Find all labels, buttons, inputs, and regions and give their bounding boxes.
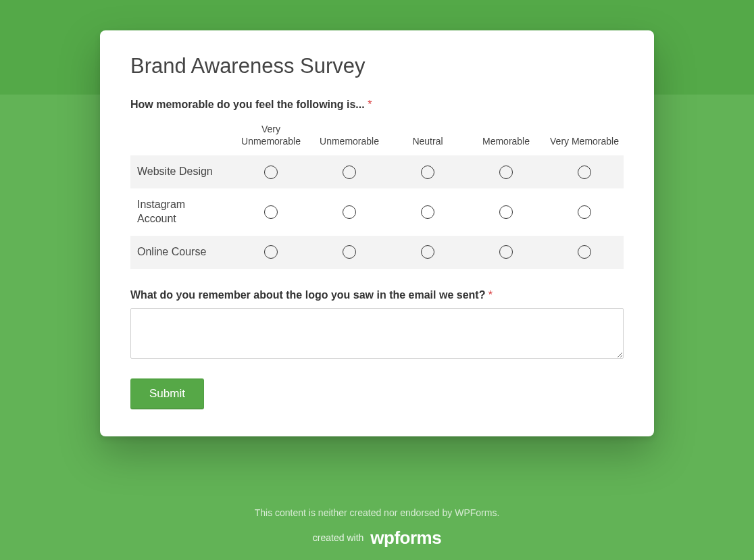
row-label: Online Course <box>130 236 232 269</box>
page-footer: This content is neither created nor endo… <box>0 507 754 549</box>
radio-option[interactable] <box>264 205 278 219</box>
row-label: Website Design <box>130 155 232 188</box>
radio-option[interactable] <box>499 245 513 259</box>
radio-option[interactable] <box>421 166 434 179</box>
matrix-corner <box>130 118 232 155</box>
col-header: Very Unmemorable <box>232 118 310 155</box>
radio-option[interactable] <box>264 245 278 259</box>
question1-label: How memorable do you feel the following … <box>130 99 624 111</box>
radio-option[interactable] <box>578 166 591 179</box>
submit-button[interactable]: Submit <box>130 378 204 409</box>
radio-option[interactable] <box>421 205 434 219</box>
table-row: Instagram Account <box>130 188 624 236</box>
table-row: Website Design <box>130 155 624 188</box>
radio-option[interactable] <box>343 245 356 259</box>
survey-title: Brand Awareness Survey <box>130 54 624 78</box>
table-row: Online Course <box>130 236 624 269</box>
radio-option[interactable] <box>499 166 513 179</box>
question1-label-text: How memorable do you feel the following … <box>130 99 365 110</box>
radio-option[interactable] <box>578 245 591 259</box>
col-header: Neutral <box>388 118 467 155</box>
radio-option[interactable] <box>499 205 513 219</box>
radio-option[interactable] <box>578 205 591 219</box>
created-with-text: created with <box>313 532 363 543</box>
question2-label-text: What do you remember about the logo you … <box>130 289 485 301</box>
wpforms-logo: wpforms <box>370 528 441 549</box>
required-marker: * <box>368 99 372 110</box>
col-header: Memorable <box>467 118 545 155</box>
footer-credit: created with wpforms <box>313 528 441 549</box>
footer-disclaimer: This content is neither created nor endo… <box>0 507 754 518</box>
row-label: Instagram Account <box>130 188 232 236</box>
col-header: Very Memorable <box>545 118 624 155</box>
survey-card: Brand Awareness Survey How memorable do … <box>100 30 654 436</box>
radio-option[interactable] <box>343 205 356 219</box>
radio-option[interactable] <box>264 166 278 179</box>
logo-memory-textarea[interactable] <box>130 308 624 359</box>
radio-option[interactable] <box>421 245 434 259</box>
question2-label: What do you remember about the logo you … <box>130 289 624 301</box>
radio-option[interactable] <box>343 166 356 179</box>
likert-matrix: Very Unmemorable Unmemorable Neutral Mem… <box>130 118 624 269</box>
required-marker: * <box>488 289 493 301</box>
col-header: Unmemorable <box>310 118 388 155</box>
